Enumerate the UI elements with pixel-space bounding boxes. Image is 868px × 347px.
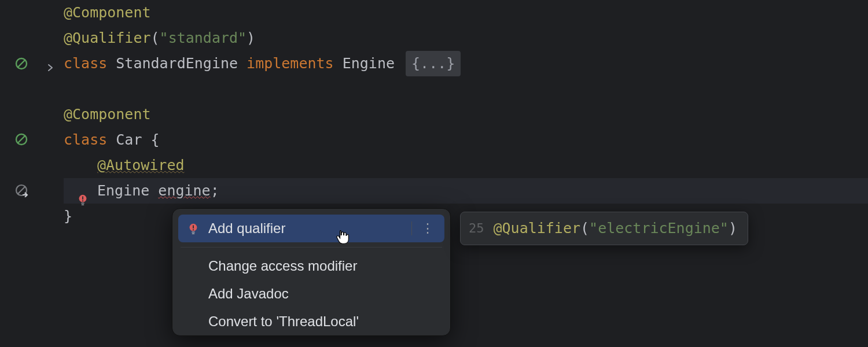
brace-token: { — [151, 131, 160, 148]
intention-item-add-qualifier[interactable]: Add qualifier ⋮ — [178, 215, 444, 242]
gutter-inspection-icon[interactable] — [14, 132, 29, 147]
paren-token: ) — [729, 220, 737, 237]
type-token: Engine — [97, 182, 158, 199]
code-line-empty[interactable] — [64, 76, 868, 102]
annotation-token: @Autowired — [97, 157, 185, 174]
gutter-navigate-icon[interactable] — [14, 183, 29, 198]
svg-rect-7 — [82, 197, 83, 200]
keyword-token: class — [64, 55, 116, 72]
intention-item-convert-threadlocal[interactable]: Convert to 'ThreadLocal' — [178, 308, 444, 335]
intention-preview-tooltip: 25 @Qualifier("electricEngine") — [460, 212, 748, 245]
code-line[interactable]: @Component — [64, 102, 868, 127]
svg-line-3 — [18, 136, 25, 143]
annotation-token: @Qualifier — [64, 29, 151, 46]
preview-line-number: 25 — [469, 216, 484, 241]
class-name-token: Car — [116, 131, 150, 148]
keyword-token: implements — [247, 55, 343, 72]
brace-token: } — [64, 208, 72, 224]
code-line[interactable]: class Car { — [64, 127, 868, 153]
svg-rect-8 — [82, 200, 83, 201]
string-token: "electricEngine" — [589, 220, 729, 237]
svg-rect-15 — [192, 233, 195, 234]
type-token: Engine — [343, 55, 403, 72]
svg-rect-9 — [81, 203, 84, 204]
class-name-token: StandardEngine — [116, 55, 247, 72]
code-line[interactable]: @Component — [64, 0, 868, 25]
svg-rect-12 — [193, 226, 194, 229]
fold-chevron-icon[interactable] — [45, 62, 56, 73]
code-line-current[interactable]: Engine engine; — [64, 178, 868, 204]
code-line[interactable]: @Qualifier("standard") — [64, 25, 868, 51]
intention-item-label: Convert to 'ThreadLocal' — [208, 313, 359, 330]
svg-line-1 — [18, 60, 25, 67]
intention-item-label: Change access modifier — [208, 258, 357, 275]
code-line[interactable]: @Autowired — [64, 153, 868, 178]
svg-rect-10 — [82, 204, 84, 205]
annotation-token: @Component — [64, 106, 151, 123]
semicolon-token: ; — [211, 182, 219, 199]
paren-token: ( — [580, 220, 589, 237]
svg-rect-13 — [193, 229, 194, 230]
intention-actions-popup: Add qualifier ⋮ Change access modifier A… — [172, 208, 451, 336]
intention-item-add-javadoc[interactable]: Add Javadoc — [178, 280, 444, 308]
annotation-token: @Qualifier — [494, 220, 581, 237]
kebab-icon: ⋮ — [421, 222, 435, 235]
divider-icon — [411, 222, 412, 235]
intention-bulb-icon[interactable] — [76, 189, 89, 201]
code-fold-placeholder[interactable]: {...} — [406, 51, 461, 76]
paren-token: ) — [247, 29, 255, 46]
string-token: "standard" — [160, 29, 247, 46]
intention-item-label: Add Javadoc — [208, 286, 289, 302]
svg-line-5 — [18, 187, 25, 194]
editor-gutter — [0, 0, 58, 347]
gutter-inspection-icon[interactable] — [14, 56, 29, 71]
field-name-token: engine — [158, 182, 210, 199]
keyword-token: class — [64, 131, 116, 148]
code-editor[interactable]: @Component @Qualifier("standard") class … — [0, 0, 868, 347]
intention-item-change-access[interactable]: Change access modifier — [178, 252, 444, 280]
annotation-token: @Component — [64, 4, 151, 21]
intention-item-more[interactable]: ⋮ — [411, 222, 435, 235]
intention-item-label: Add qualifier — [208, 220, 285, 237]
paren-token: ( — [151, 29, 160, 46]
svg-rect-14 — [192, 232, 195, 233]
error-bulb-icon — [186, 222, 200, 235]
popup-divider — [181, 247, 442, 248]
code-line[interactable]: class StandardEngine implements Engine {… — [64, 51, 868, 76]
